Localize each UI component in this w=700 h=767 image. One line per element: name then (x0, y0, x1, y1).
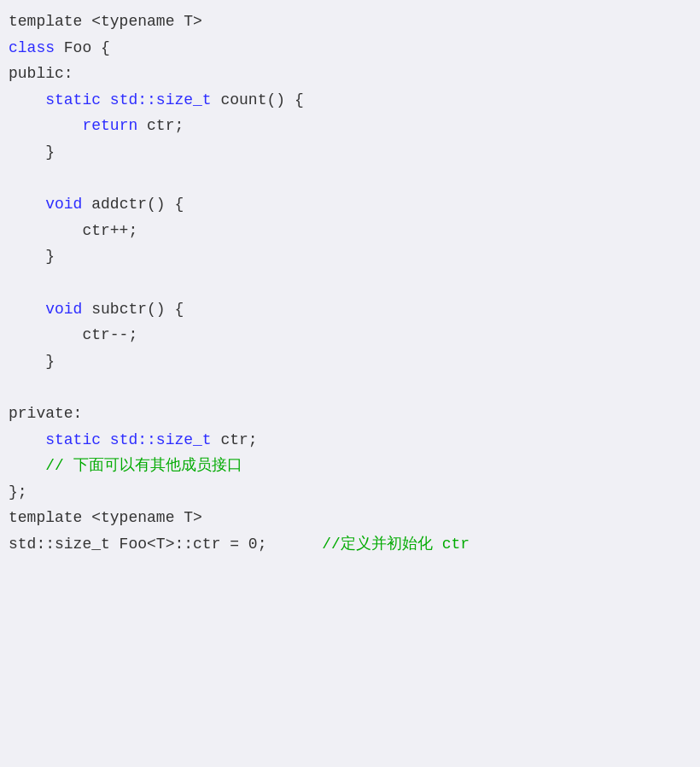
code-container: template <typename T> class Foo { public… (0, 0, 700, 767)
text-count: count() { (220, 91, 303, 108)
text-subctr: subctr() { (91, 301, 184, 318)
code-line-3: public: (9, 61, 683, 87)
kw-void1: void (45, 196, 91, 213)
code-line-14: } (9, 348, 683, 375)
code-line-10: } (9, 243, 683, 270)
code-line-4: static std::size_t count() { (9, 87, 683, 114)
kw-static: static (45, 91, 110, 108)
indent-4 (9, 91, 45, 108)
code-line-6: } (9, 139, 683, 166)
text-ctr-decl: ctr; (220, 431, 257, 448)
code-line-15 (9, 374, 683, 401)
text-comment1: // 下面可以有其他成员接口 (45, 457, 242, 474)
text-private: private: (9, 405, 82, 422)
kw-class: class (9, 39, 64, 56)
indent-18 (9, 457, 45, 474)
code-line-2: class Foo { (9, 35, 683, 61)
text-brace1: } (9, 143, 55, 161)
code-line-7 (9, 166, 683, 192)
kw-return: return (82, 117, 147, 134)
kw-void2: void (45, 301, 91, 318)
code-line-16: private: (9, 401, 683, 427)
code-line-1: template <typename T> (9, 9, 683, 35)
empty-1 (9, 170, 18, 187)
indent-12 (9, 301, 45, 318)
text-ctr-def: std::size_t Foo<T>::ctr = 0; (9, 536, 266, 553)
code-line-9: ctr++; (9, 218, 683, 244)
text-spacing (266, 536, 322, 553)
code-line-5: return ctr; (9, 113, 683, 139)
code-line-19: }; (9, 479, 683, 506)
text-template: template <typename T> (9, 13, 202, 30)
text-brace2: } (9, 248, 55, 265)
text-ctrpp: ctr++; (9, 222, 137, 239)
indent-5 (9, 117, 82, 134)
text-public: public: (9, 65, 73, 82)
indent-8 (9, 196, 45, 213)
code-line-20: template <typename T> (9, 505, 683, 531)
code-line-11 (9, 270, 683, 296)
code-line-8: void addctr() { (9, 191, 683, 218)
code-line-12: void subctr() { (9, 296, 683, 323)
text-ctrmm: ctr--; (9, 326, 137, 343)
code-line-13: ctr--; (9, 322, 683, 348)
code-line-18: // 下面可以有其他成员接口 (9, 453, 683, 479)
empty-2 (9, 274, 18, 291)
code-line-21: std::size_t Foo<T>::ctr = 0; //定义并初始化 ct… (9, 531, 683, 558)
text-addctr: addctr() { (91, 196, 184, 213)
empty-3 (9, 378, 18, 395)
text-closebrace: }; (9, 483, 27, 501)
text-ctr1: ctr; (147, 117, 184, 134)
kw-sizet2: std::size_t (110, 431, 221, 448)
text-comment2: //定义并初始化 ctr (322, 536, 470, 553)
indent-17 (9, 431, 45, 448)
text-template2: template <typename T> (9, 509, 202, 526)
text-foo: Foo { (64, 39, 110, 56)
text-brace3: } (9, 353, 55, 370)
code-line-17: static std::size_t ctr; (9, 427, 683, 454)
kw-static2: static (45, 431, 110, 448)
kw-sizet: std::size_t (110, 91, 221, 108)
